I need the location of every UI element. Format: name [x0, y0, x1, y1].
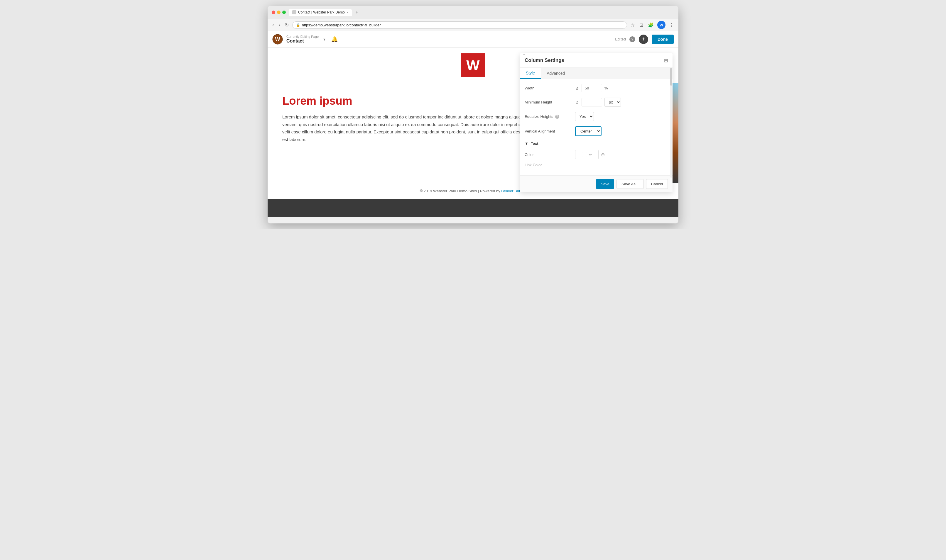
- tab-title: Contact | Webster Park Demo: [298, 10, 345, 14]
- link-color-label: Link Color: [525, 163, 572, 167]
- desktop-icon-2: 🖥: [575, 100, 579, 105]
- page-content: W Lorem ipsum Lorem ipsum dolor sit amet…: [268, 48, 678, 223]
- dark-footer-bar: [268, 199, 678, 217]
- text-section-header[interactable]: ▼ Text: [525, 141, 668, 146]
- vertical-align-label: Vertical Alignment: [525, 129, 572, 134]
- user-avatar[interactable]: W: [657, 21, 665, 29]
- svg-text:W: W: [275, 36, 280, 42]
- panel-tabs: Style Advanced: [520, 68, 673, 79]
- browser-tab-active[interactable]: Contact | Webster Park Demo ×: [289, 9, 352, 16]
- equalize-help-icon: ?: [555, 115, 559, 119]
- equalize-select[interactable]: Yes No: [575, 112, 594, 121]
- text-expand-icon: ▼: [525, 141, 528, 146]
- min-height-control: 🖥 px vh: [575, 98, 668, 107]
- equalize-label: Equalize Heights ?: [525, 114, 572, 119]
- browser-window: Contact | Webster Park Demo × + ‹ › ↻ 🔒 …: [268, 6, 678, 223]
- new-tab-button[interactable]: +: [353, 9, 360, 15]
- extension-button[interactable]: 🧩: [647, 21, 655, 29]
- width-unit: %: [605, 86, 608, 90]
- forward-button[interactable]: ›: [277, 21, 281, 29]
- panel-body: Width 🖥 % Minimum Height 🖥: [520, 79, 673, 175]
- panel-collapse-button[interactable]: ⊟: [664, 58, 668, 63]
- equalize-control: Yes No: [575, 112, 668, 121]
- vertical-align-control: Default Top Center Bottom: [575, 126, 668, 136]
- min-height-label: Minimum Height: [525, 100, 572, 105]
- notification-button[interactable]: 🔔: [331, 36, 338, 43]
- back-button[interactable]: ‹: [271, 21, 275, 29]
- min-height-row: Minimum Height 🖥 px vh: [525, 98, 668, 107]
- scrollbar-track: [670, 68, 672, 178]
- column-settings-panel: ⠿ Column Settings ⊟ Style Advanced Width: [520, 53, 673, 192]
- pencil-icon: ✏: [589, 152, 592, 157]
- desktop-icon: 🖥: [575, 86, 579, 91]
- cancel-button[interactable]: Cancel: [646, 179, 668, 189]
- logo-letter: W: [466, 57, 480, 73]
- min-height-unit-select[interactable]: px vh: [605, 98, 621, 107]
- lock-icon: 🔒: [296, 23, 300, 27]
- menu-button[interactable]: ⋮: [668, 21, 675, 29]
- toolbar-actions: ☆ ⊡ 🧩 W ⋮: [630, 21, 675, 29]
- edited-badge: Edited: [615, 37, 626, 42]
- clear-color-button[interactable]: ⊕: [601, 152, 605, 157]
- footer-text: © 2019 Webster Park Demo Sites | Powered…: [420, 189, 500, 193]
- page-name: Contact: [286, 38, 319, 44]
- maximize-traffic-light[interactable]: [282, 11, 286, 14]
- add-content-button[interactable]: +: [639, 35, 648, 44]
- width-row: Width 🖥 %: [525, 84, 668, 92]
- done-button[interactable]: Done: [652, 35, 674, 44]
- panel-footer: Save Save As... Cancel: [520, 175, 673, 192]
- panel-header: Column Settings ⊟: [520, 53, 673, 68]
- wp-admin-bar: W Currently Editing Page Contact ▾ 🔔 Edi…: [268, 31, 678, 48]
- cast-button[interactable]: ⊡: [638, 21, 644, 29]
- tab-bar: Contact | Webster Park Demo × +: [289, 9, 674, 16]
- tab-advanced[interactable]: Advanced: [541, 68, 571, 79]
- tab-close-button[interactable]: ×: [347, 11, 348, 14]
- width-label: Width: [525, 86, 572, 90]
- vertical-align-select[interactable]: Default Top Center Bottom: [575, 126, 602, 136]
- refresh-button[interactable]: ↻: [284, 21, 290, 29]
- site-logo-image: W: [461, 53, 485, 77]
- scrollbar-thumb[interactable]: [670, 68, 672, 86]
- bookmark-button[interactable]: ☆: [630, 21, 636, 29]
- currently-editing-label: Currently Editing Page: [286, 35, 319, 38]
- address-bar[interactable]: 🔒 https://demo.websterpark.io/contact/?f…: [292, 22, 627, 29]
- color-label: Color: [525, 152, 572, 157]
- color-row: Color ✏ ⊕: [525, 150, 668, 159]
- dropdown-arrow-icon[interactable]: ▾: [323, 37, 326, 42]
- page-info: Currently Editing Page Contact: [286, 35, 319, 44]
- browser-titlebar: Contact | Webster Park Demo × +: [268, 6, 678, 19]
- width-control: 🖥 %: [575, 84, 668, 92]
- minimize-traffic-light[interactable]: [277, 11, 281, 14]
- link-color-row: Link Color: [525, 163, 668, 167]
- vertical-align-row: Vertical Alignment Default Top Center Bo…: [525, 126, 668, 136]
- close-traffic-light[interactable]: [272, 11, 275, 14]
- text-section-label: Text: [531, 141, 539, 146]
- tab-favicon: [292, 10, 296, 14]
- panel-drag-handle[interactable]: ⠿: [522, 53, 526, 56]
- address-text: https://demo.websterpark.io/contact/?fl_…: [302, 23, 381, 27]
- min-height-input[interactable]: [582, 98, 602, 106]
- equalize-heights-row: Equalize Heights ? Yes No: [525, 112, 668, 121]
- tab-style[interactable]: Style: [520, 68, 541, 79]
- width-input[interactable]: [582, 84, 602, 92]
- color-control: ✏ ⊕: [575, 150, 668, 159]
- color-preview[interactable]: ✏: [575, 150, 599, 159]
- save-as-button[interactable]: Save As...: [616, 179, 644, 189]
- save-button[interactable]: Save: [596, 179, 614, 189]
- browser-toolbar: ‹ › ↻ 🔒 https://demo.websterpark.io/cont…: [268, 19, 678, 31]
- admin-bar-right: Edited ? + Done: [615, 35, 674, 44]
- color-swatch: [582, 152, 587, 157]
- panel-title: Column Settings: [525, 57, 564, 63]
- site-logo-admin: W: [272, 34, 283, 45]
- traffic-lights: [272, 11, 286, 14]
- help-button[interactable]: ?: [630, 36, 635, 42]
